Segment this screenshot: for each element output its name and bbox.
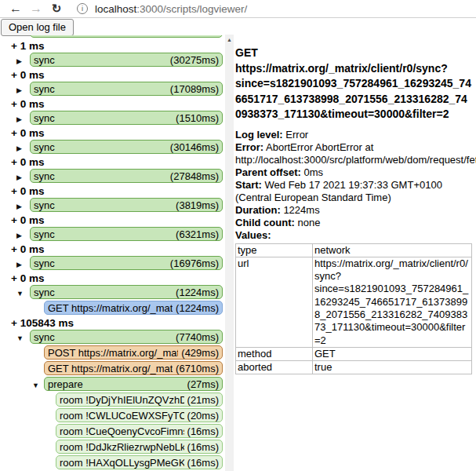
reload-icon[interactable]: ↻: [49, 1, 64, 16]
log-item-duration: (3819ms): [176, 199, 219, 211]
scroll-up-icon[interactable]: ▲: [225, 35, 234, 45]
chevron-down-icon[interactable]: ▼: [16, 333, 27, 345]
log-item-duration: (20ms): [187, 410, 219, 422]
chevron-right-icon[interactable]: ▶: [16, 172, 27, 184]
log-item-duration: (1510ms): [176, 112, 219, 124]
values-key: type: [236, 243, 313, 257]
detail-panel: GET https://matrix.org/_matrix/client/r0…: [235, 46, 472, 374]
chevron-right-icon[interactable]: ▶: [16, 85, 27, 97]
log-item-partial[interactable]: [30, 35, 223, 38]
log-item-label: sync: [34, 170, 55, 182]
detail-field: Duration: 1224ms: [235, 204, 472, 217]
log-item[interactable]: room !CueQoenyCvcoFimnsf…(16ms): [56, 424, 223, 438]
log-item[interactable]: ▶sync(1510ms): [30, 111, 223, 125]
chevron-right-icon[interactable]: ▶: [16, 56, 27, 68]
time-gap-label: + 0 ms: [0, 272, 223, 285]
log-item-label: sync: [34, 199, 55, 211]
values-value: network: [313, 243, 472, 257]
detail-field: Log level: Error: [235, 129, 472, 141]
log-item-duration: (1224ms): [176, 287, 219, 298]
detail-field: Parent offset: 0ms: [235, 166, 472, 179]
log-item[interactable]: ▶sync(17089ms): [30, 82, 223, 96]
values-key: aborted: [236, 361, 313, 374]
log-item[interactable]: ▶sync(27848ms): [30, 169, 223, 183]
log-item[interactable]: room !CWLUCoEWXSFyTC…(20ms): [56, 408, 223, 422]
log-item[interactable]: ▶sync(30275ms): [30, 53, 223, 67]
time-gap-label: + 0 ms: [0, 126, 223, 140]
log-item-label: prepare: [48, 378, 83, 390]
log-item-label: sync: [34, 287, 55, 298]
request-title: GET https://matrix.org/_matrix/client/r0…: [235, 46, 472, 122]
log-item-clipped: [0, 35, 223, 38]
info-letter: i: [82, 5, 83, 13]
detail-field: Error: AbortError AbortError at http://l…: [235, 141, 472, 166]
log-item-label: room !CueQoenyCvcoFimnsf…: [60, 425, 184, 437]
time-gap-label: + 0 ms: [0, 243, 223, 256]
log-item-duration: (429ms): [181, 347, 219, 359]
time-gap-label: + 105843 ms: [0, 316, 223, 330]
browser-toolbar: ← → ↻ i localhost:3000/scripts/logviewer…: [0, 0, 476, 18]
log-item[interactable]: ▼prepare(27ms): [44, 377, 223, 391]
log-item[interactable]: ▶sync(30146ms): [30, 140, 223, 154]
log-item-duration: (6710ms): [176, 363, 219, 374]
log-item-label: sync: [34, 112, 55, 124]
log-item[interactable]: room !HAXqOLLysgPMeGKh…(16ms): [56, 455, 223, 469]
url-bar[interactable]: localhost:3000/scripts/logviewer/: [95, 3, 247, 15]
log-item-duration: (16ms): [187, 425, 219, 437]
log-item-label: sync: [34, 228, 55, 240]
log-item[interactable]: ▶sync(16976ms): [30, 256, 223, 270]
request-url: https://matrix.org/_matrix/client/r0/syn…: [235, 62, 471, 121]
chevron-right-icon[interactable]: ▶: [16, 114, 27, 126]
log-item[interactable]: ▼sync(1224ms): [30, 285, 223, 299]
log-item[interactable]: ▶sync(6321ms): [30, 227, 223, 241]
site-info-icon[interactable]: i: [77, 3, 88, 14]
url-host: localhost: [95, 3, 136, 15]
values-row: urlhttps://matrix.org/_matrix/client/r0/…: [236, 257, 472, 347]
time-gap-label: + 0 ms: [0, 155, 223, 169]
log-item[interactable]: POST https://matrix.org/_matri…(429ms): [44, 345, 223, 360]
detail-field: Child count: none: [235, 217, 472, 229]
time-gap-label: + 0 ms: [0, 97, 223, 111]
open-log-file-button[interactable]: Open log file: [1, 19, 74, 36]
log-item-label: sync: [34, 331, 55, 343]
log-item-duration: (30146ms): [170, 141, 219, 153]
log-item-label: room !DdJkzRliezrwpNebLk:…: [60, 441, 184, 453]
chevron-down-icon[interactable]: ▼: [16, 288, 27, 300]
time-gap-label: + 1 ms: [0, 39, 223, 53]
error-source-url: http://localhost:3000/src/platform/web/d…: [235, 154, 476, 166]
log-item-label: GET https://matrix.org/_matri…: [48, 363, 173, 374]
log-tree: + 1 ms▶sync(30275ms)+ 0 ms▶sync(17089ms)…: [0, 35, 223, 471]
values-value: true: [313, 361, 472, 374]
log-item-duration: (21ms): [187, 394, 219, 406]
log-item-label: room !DyDjYhIElUnZQVzhD…: [60, 394, 184, 406]
values-table: typenetworkurlhttps://matrix.org/_matrix…: [235, 243, 472, 375]
log-item[interactable]: GET https://matrix.org/_matri…(6710ms): [44, 361, 223, 375]
values-key: url: [236, 257, 313, 347]
log-item-duration: (27ms): [187, 378, 219, 390]
tree-scrollbar[interactable]: ▲: [225, 35, 234, 471]
log-item-duration: (7740ms): [176, 331, 219, 343]
log-item[interactable]: ▼sync(7740ms): [30, 330, 223, 344]
log-item-selected[interactable]: GET https://matrix.org/_matri…(1224ms): [44, 301, 223, 315]
log-item[interactable]: ▶sync(3819ms): [30, 198, 223, 212]
values-row: methodGET: [236, 347, 472, 360]
log-item-duration: (16ms): [187, 457, 219, 469]
chevron-right-icon[interactable]: ▶: [16, 230, 27, 242]
log-item-label: room !CWLUCoEWXSFyTC…: [60, 410, 184, 422]
log-item-duration: (1224ms): [176, 302, 219, 314]
back-icon[interactable]: ←: [8, 1, 24, 16]
time-gap-label: + 0 ms: [0, 68, 223, 82]
log-item-duration: (6321ms): [176, 228, 219, 240]
log-item-label: POST https://matrix.org/_matri…: [48, 347, 178, 359]
chevron-right-icon[interactable]: ▶: [16, 201, 27, 213]
values-row: typenetwork: [236, 243, 472, 257]
log-item[interactable]: room !DdJkzRliezrwpNebLk:…(16ms): [56, 440, 223, 454]
log-item[interactable]: room !DyDjYhIElUnZQVzhD…(21ms): [56, 392, 223, 407]
chevron-right-icon[interactable]: ▶: [16, 259, 27, 271]
forward-icon[interactable]: →: [28, 1, 44, 16]
chevron-down-icon[interactable]: ▼: [32, 380, 43, 392]
detail-fields: Log level: ErrorError: AbortError AbortE…: [235, 129, 472, 242]
chevron-right-icon[interactable]: ▶: [16, 143, 27, 155]
log-item-label: sync: [34, 83, 55, 95]
log-item-label: GET https://matrix.org/_matri…: [48, 302, 173, 314]
